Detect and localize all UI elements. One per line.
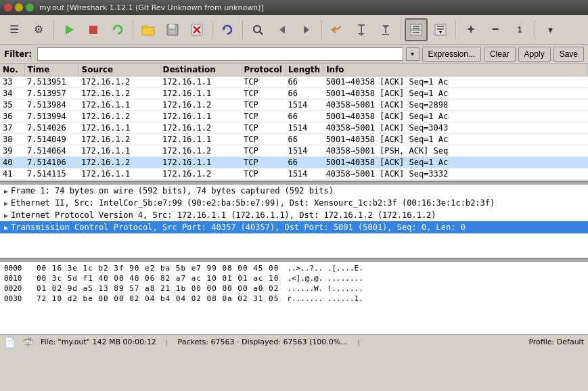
find-button[interactable] bbox=[246, 18, 269, 41]
status-icon-shark: 🦈 bbox=[22, 337, 34, 348]
table-row[interactable]: 407.514106172.16.1.2172.16.1.1TCP665001→… bbox=[0, 157, 588, 168]
go-to-button[interactable] bbox=[350, 18, 373, 41]
table-cell: 5001→40358 [ACK] Seq=1 Ac bbox=[323, 76, 588, 88]
table-cell: 39 bbox=[0, 145, 24, 157]
status-icon-file: 📄 bbox=[4, 337, 16, 348]
detail-text: Transmission Control Protocol, Src Port:… bbox=[11, 223, 466, 232]
filter-input[interactable] bbox=[37, 47, 403, 61]
table-cell: 172.16.1.2 bbox=[78, 76, 160, 88]
next-button[interactable] bbox=[295, 18, 318, 41]
detail-row[interactable]: ▶Frame 1: 74 bytes on wire (592 bits), 7… bbox=[0, 185, 588, 197]
table-cell: 172.16.1.1 bbox=[160, 134, 241, 145]
detail-expand-arrow[interactable]: ▶ bbox=[4, 187, 8, 195]
table-cell: 38 bbox=[0, 134, 24, 145]
open-button[interactable] bbox=[137, 18, 160, 41]
filter-bar: Filter: ▾ Expression... Clear Apply Save bbox=[0, 45, 588, 64]
detail-expand-arrow[interactable]: ▶ bbox=[4, 212, 8, 219]
table-cell: 172.16.1.2 bbox=[160, 99, 241, 111]
table-cell: TCP bbox=[241, 122, 285, 134]
table-cell: 1514 bbox=[285, 145, 323, 157]
table-cell: TCP bbox=[241, 145, 285, 157]
table-cell: 35 bbox=[0, 99, 24, 111]
table-cell: 7.514106 bbox=[24, 157, 78, 168]
zoom-reset-button[interactable]: 1 bbox=[508, 18, 531, 41]
table-cell: TCP bbox=[241, 76, 285, 88]
table-row[interactable]: 397.514064172.16.1.1172.16.1.2TCP1514403… bbox=[0, 145, 588, 157]
colorize-button[interactable] bbox=[405, 18, 428, 41]
prefs-button[interactable]: ⚙ bbox=[27, 18, 50, 41]
capture-interfaces-button[interactable] bbox=[58, 18, 81, 41]
table-row[interactable]: 347.513957172.16.1.2172.16.1.1TCP665001→… bbox=[0, 88, 588, 99]
detail-expand-arrow[interactable]: ▶ bbox=[4, 224, 8, 231]
hex-dump-panel: 000000 16 3e 1c b2 3f 90 e2 ba 5b e7 99 … bbox=[0, 262, 588, 334]
table-cell: TCP bbox=[241, 88, 285, 99]
detail-row[interactable]: ▶Ethernet II, Src: IntelCor_5b:e7:99 (90… bbox=[0, 197, 588, 209]
go-back-button[interactable] bbox=[325, 18, 348, 41]
table-cell: 40 bbox=[0, 157, 24, 168]
save-button[interactable] bbox=[161, 18, 184, 41]
filter-dropdown-button[interactable]: ▾ bbox=[406, 47, 420, 61]
table-cell: TCP bbox=[241, 99, 285, 111]
clear-filter-button[interactable]: Clear bbox=[484, 47, 516, 62]
more-button[interactable]: ▾ bbox=[539, 18, 562, 41]
save-filter-button[interactable]: Save bbox=[553, 47, 584, 62]
zoom-in-button[interactable]: + bbox=[459, 18, 482, 41]
prev-button[interactable] bbox=[271, 18, 294, 41]
svg-marker-14 bbox=[279, 26, 285, 34]
close-window-button[interactable] bbox=[4, 3, 12, 12]
table-cell: 172.16.1.1 bbox=[160, 157, 241, 168]
hex-bytes: 00 16 3e 1c b2 3f 90 e2 ba 5b e7 99 08 0… bbox=[37, 264, 279, 273]
menu-button[interactable]: ☰ bbox=[3, 18, 26, 41]
svg-rect-1 bbox=[89, 26, 97, 34]
apply-filter-button[interactable]: Apply bbox=[518, 47, 551, 62]
hex-ascii: ......W. !....... bbox=[287, 284, 363, 293]
detail-row[interactable]: ▶Internet Protocol Version 4, Src: 172.1… bbox=[0, 209, 588, 221]
table-cell: 172.16.1.2 bbox=[160, 122, 241, 134]
table-cell: 172.16.1.2 bbox=[78, 111, 160, 122]
toolbar-sep-1 bbox=[53, 20, 54, 39]
packet-table-body: 337.513951172.16.1.2172.16.1.1TCP665001→… bbox=[0, 76, 588, 183]
stop-capture-button[interactable] bbox=[82, 18, 105, 41]
table-cell: 172.16.1.2 bbox=[78, 157, 160, 168]
table-row[interactable]: 337.513951172.16.1.2172.16.1.1TCP665001→… bbox=[0, 76, 588, 88]
col-len: Length bbox=[285, 64, 323, 76]
svg-rect-6 bbox=[169, 24, 175, 28]
toolbar-sep-4 bbox=[242, 20, 243, 39]
maximize-window-button[interactable] bbox=[26, 3, 34, 12]
table-row[interactable]: 387.514049172.16.1.2172.16.1.1TCP665001→… bbox=[0, 134, 588, 145]
table-cell: 5001→40358 [ACK] Seq=1 Ac bbox=[323, 111, 588, 122]
detail-expand-arrow[interactable]: ▶ bbox=[4, 200, 8, 207]
table-cell: 37 bbox=[0, 122, 24, 134]
reload-button[interactable] bbox=[216, 18, 239, 41]
toolbar-sep-8 bbox=[535, 20, 535, 39]
table-cell: 7.513984 bbox=[24, 99, 78, 111]
hex-bytes: 01 02 9d a5 13 89 57 a8 21 1b 00 00 00 0… bbox=[37, 284, 279, 293]
window-controls bbox=[4, 3, 34, 12]
table-cell: 7.514115 bbox=[24, 168, 78, 180]
table-cell: 66 bbox=[285, 76, 323, 88]
hex-bytes: 72 10 d2 be 00 00 02 04 b4 04 02 08 0a 0… bbox=[37, 294, 279, 303]
table-cell: 5001→40358 [ACK] Seq=1 Ac bbox=[323, 134, 588, 145]
svg-marker-17 bbox=[358, 33, 365, 36]
table-row[interactable]: 357.513984172.16.1.1172.16.1.2TCP1514403… bbox=[0, 99, 588, 111]
table-row[interactable]: 417.514115172.16.1.1172.16.1.2TCP1514403… bbox=[0, 168, 588, 180]
expression-button[interactable]: Expression... bbox=[422, 47, 481, 62]
table-row[interactable]: 377.514026172.16.1.1172.16.1.2TCP1514403… bbox=[0, 122, 588, 134]
minimize-window-button[interactable] bbox=[15, 3, 23, 12]
toolbar-sep-6 bbox=[401, 20, 401, 39]
detail-row[interactable]: ▶Transmission Control Protocol, Src Port… bbox=[0, 221, 588, 233]
close-file-button[interactable] bbox=[185, 18, 208, 41]
go-bottom-button[interactable] bbox=[374, 18, 397, 41]
table-cell: 172.16.1.1 bbox=[160, 76, 241, 88]
capture-restart-button[interactable] bbox=[106, 18, 129, 41]
zoom-out-button[interactable]: − bbox=[484, 18, 507, 41]
table-cell: TCP bbox=[241, 168, 285, 180]
table-cell: 66 bbox=[285, 111, 323, 122]
status-bar: 📄 🦈 File: "my.out" 142 MB 00:00:12 | Pac… bbox=[0, 334, 588, 349]
svg-line-13 bbox=[260, 32, 263, 34]
auto-scroll-button[interactable] bbox=[429, 18, 452, 41]
table-row[interactable]: 367.513994172.16.1.2172.16.1.1TCP665001→… bbox=[0, 111, 588, 122]
hex-ascii: .<].@.@. ........ bbox=[287, 274, 363, 283]
hex-row: 003072 10 d2 be 00 00 02 04 b4 04 02 08 … bbox=[0, 294, 588, 304]
table-cell: 172.16.1.1 bbox=[160, 111, 241, 122]
